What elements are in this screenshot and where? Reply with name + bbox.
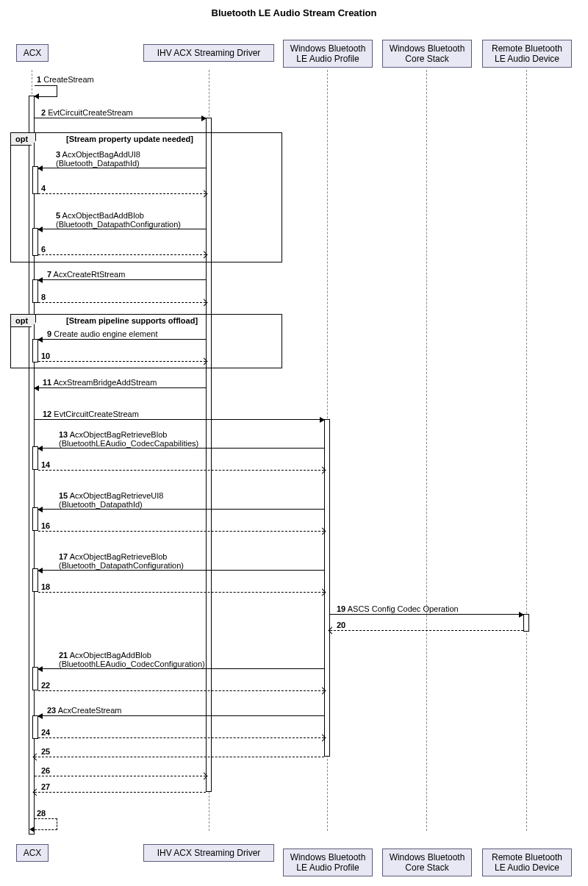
- message-9: 9 Create audio engine element: [47, 329, 157, 338]
- arrow-25: [35, 757, 324, 757]
- diagram-title: Bluetooth LE Audio Stream Creation: [0, 7, 588, 18]
- message-6: 6: [41, 245, 46, 254]
- message-23: 23 AcxCreateStream: [47, 706, 122, 715]
- arrow-19: [330, 614, 523, 615]
- arrow-11: [35, 387, 206, 388]
- arrow-7: [38, 279, 206, 280]
- message-20: 20: [337, 621, 345, 629]
- message-14: 14: [41, 460, 50, 469]
- arrow-22: [38, 690, 324, 691]
- arrow-6: [38, 254, 206, 255]
- arrow-27: [35, 792, 206, 793]
- arrow-9: [38, 339, 206, 340]
- participant-profile: Windows Bluetooth LE Audio Profile: [283, 40, 373, 68]
- participant-core-footer: Windows Bluetooth Core Stack: [382, 849, 472, 876]
- arrow-21: [38, 668, 324, 669]
- message-1: 1 CreateStream: [37, 75, 94, 84]
- arrow-28: [35, 818, 57, 830]
- message-28: 28: [37, 809, 46, 818]
- arrow-23: [38, 715, 324, 716]
- message-12: 12 EvtCircuitCreateStream: [43, 410, 139, 418]
- message-3: 3 AcxObjectBagAddUI8 (Bluetooth_Datapath…: [56, 150, 140, 168]
- participant-profile-footer: Windows Bluetooth LE Audio Profile: [283, 849, 373, 876]
- message-11: 11 AcxStreamBridgeAddStream: [43, 378, 157, 387]
- arrow-10: [38, 361, 206, 362]
- message-16: 16: [41, 521, 50, 530]
- arrow-13: [38, 448, 324, 449]
- message-5: 5 AcxObjectBadAddBlob (Bluetooth_Datapat…: [56, 211, 181, 229]
- arrow-17: [38, 570, 324, 571]
- message-22: 22: [41, 681, 50, 690]
- participant-acx-footer: ACX: [16, 844, 49, 862]
- arrow-24: [38, 737, 324, 738]
- message-8: 8: [41, 293, 46, 301]
- arrow-3: [38, 168, 206, 168]
- message-17: 17 AcxObjectBagRetrieveBlob (Bluetooth_D…: [59, 552, 184, 570]
- opt-box-2: opt [Stream pipeline supports offload]: [10, 314, 282, 368]
- arrow-4: [38, 193, 206, 194]
- message-7: 7 AcxCreateRtStream: [47, 270, 125, 279]
- arrow-1: [35, 85, 57, 97]
- opt-guard-1: [Stream property update needed]: [66, 135, 193, 143]
- message-13: 13 AcxObjectBagRetrieveBlob (BluetoothLE…: [59, 430, 198, 448]
- participant-acx: ACX: [16, 44, 49, 62]
- arrow-18: [38, 592, 324, 593]
- message-18: 18: [41, 582, 50, 591]
- participant-remote-footer: Remote Bluetooth LE Audio Device: [482, 849, 572, 876]
- message-2: 2 EvtCircuitCreateStream: [41, 108, 133, 117]
- opt-box-1: opt [Stream property update needed]: [10, 132, 282, 262]
- participant-ihv: IHV ACX Streaming Driver: [143, 44, 274, 62]
- message-19: 19 ASCS Config Codec Operation: [337, 604, 459, 613]
- message-10: 10: [41, 351, 50, 360]
- message-26: 26: [41, 766, 50, 775]
- message-15: 15 AcxObjectBagRetrieveUI8 (Bluetooth_Da…: [59, 491, 163, 509]
- participant-remote: Remote Bluetooth LE Audio Device: [482, 40, 572, 68]
- lifeline-core: [426, 70, 427, 831]
- arrow-14: [38, 470, 324, 471]
- activation-remote: [523, 614, 529, 632]
- arrow-8: [38, 302, 206, 303]
- opt-guard-2: [Stream pipeline supports offload]: [66, 316, 198, 325]
- message-25: 25: [41, 747, 50, 756]
- arrow-20: [330, 630, 523, 631]
- arrow-26: [35, 776, 206, 776]
- arrow-15: [38, 509, 324, 510]
- opt-label-2: opt: [11, 315, 36, 327]
- opt-label-1: opt: [11, 133, 36, 146]
- message-4: 4: [41, 184, 46, 193]
- arrow-5: [38, 229, 206, 229]
- sequence-diagram: Bluetooth LE Audio Stream Creation ACX I…: [0, 0, 588, 886]
- message-24: 24: [41, 728, 50, 737]
- arrow-2: [35, 118, 206, 118]
- lifeline-remote: [526, 70, 527, 831]
- arrow-12: [35, 419, 324, 420]
- participant-core: Windows Bluetooth Core Stack: [382, 40, 472, 68]
- participant-ihv-footer: IHV ACX Streaming Driver: [143, 844, 274, 862]
- arrow-16: [38, 531, 324, 532]
- message-21: 21 AcxObjectBagAddBlob (BluetoothLEAudio…: [59, 651, 205, 668]
- message-27: 27: [41, 782, 50, 791]
